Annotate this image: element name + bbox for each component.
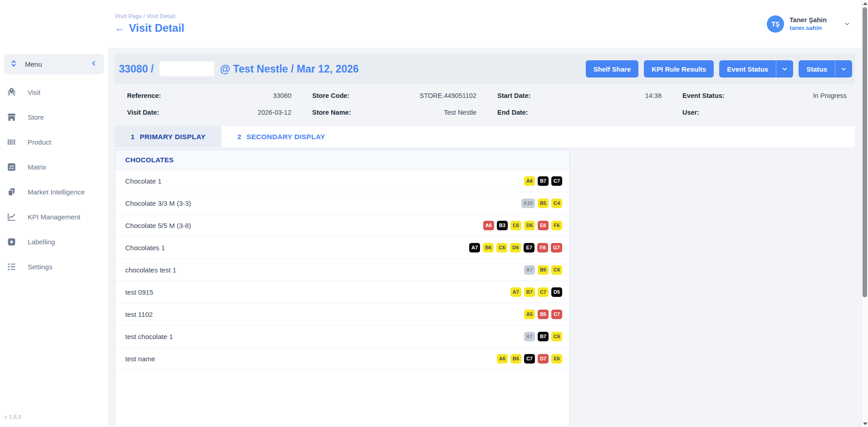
position-badge[interactable]: B5 <box>538 310 549 319</box>
table-row[interactable]: test 1102 A5B5C7 <box>115 303 569 325</box>
sidebar-item-store[interactable]: Store <box>0 105 108 130</box>
position-badge[interactable]: D7 <box>538 354 549 364</box>
collapse-sidebar-icon[interactable] <box>90 60 98 69</box>
info-label: Start Date: <box>497 92 530 99</box>
display-table-body: Chocolate 1 A6B7C7 Chocolate 3/3 M (3-3)… <box>115 170 569 370</box>
position-badge[interactable]: A6 <box>497 354 508 364</box>
position-badge[interactable]: F6 <box>551 221 562 230</box>
category-header: CHOCOLATES <box>115 150 569 170</box>
sidebar-item-visit[interactable]: Visit <box>0 80 108 105</box>
position-badge[interactable]: B7 <box>538 176 549 186</box>
user-menu[interactable]: TŞ Taner Şahin taner.sahin <box>767 15 850 33</box>
sidebar-item-kpi-management[interactable]: KPI Management <box>0 204 108 229</box>
info-label: Reference: <box>127 92 161 99</box>
breadcrumb[interactable]: Visit Page / Visit Detail <box>115 13 184 19</box>
info-value: 14:38 <box>645 92 662 99</box>
kpi-rule-results-button[interactable]: KPI Rule Results <box>644 60 714 78</box>
table-row[interactable]: Chocolates 1 A7B6C6D6E7F8G7 <box>115 237 569 259</box>
avatar[interactable]: TŞ <box>767 15 784 33</box>
sidebar-item-settings[interactable]: Settings <box>0 254 108 279</box>
tab-secondary-display[interactable]: 2 SECONDARY DISPLAY <box>221 126 341 147</box>
chevron-down-icon[interactable] <box>844 21 850 27</box>
table-row[interactable]: Chocolate 5/5 M (3-8) A6B3C6D6E6F6 <box>115 214 569 237</box>
position-badge[interactable]: B3 <box>497 221 508 230</box>
position-badge[interactable]: E6 <box>551 354 562 364</box>
sidebar-item-label: KPI Management <box>28 213 80 221</box>
tab-primary-display[interactable]: 1 PRIMARY DISPLAY <box>115 126 221 147</box>
position-badge[interactable]: E7 <box>524 243 535 252</box>
scroll-down-icon[interactable] <box>863 422 868 425</box>
sidebar-item-market-intelligence[interactable]: Market Intelligence <box>0 180 108 204</box>
position-badge[interactable]: G7 <box>551 243 562 252</box>
page-heading: Visit Page / Visit Detail ← Visit Detail <box>115 13 184 34</box>
position-badge[interactable]: B6 <box>538 265 549 275</box>
sidebar-nav: Visit Store Product 10100101 Matrix Mark… <box>0 80 108 279</box>
position-badge[interactable]: B5 <box>538 199 549 208</box>
unfold-icon <box>9 59 18 70</box>
position-badge[interactable]: A6 <box>483 221 494 230</box>
badge-list: A7B6C6D6E7F8G7 <box>469 243 562 252</box>
position-badge[interactable]: F8 <box>537 243 548 252</box>
back-arrow-icon[interactable]: ← <box>115 22 125 34</box>
product-group-name: test chocolate 1 <box>125 333 173 340</box>
position-badge[interactable]: A7 <box>524 265 535 275</box>
position-badge[interactable]: A7 <box>524 332 535 341</box>
position-badge[interactable]: B6 <box>510 354 521 364</box>
scrollbar-thumb[interactable] <box>863 7 867 297</box>
position-badge[interactable]: C7 <box>524 354 535 364</box>
position-badge[interactable]: D6 <box>524 221 535 230</box>
position-badge[interactable]: A10 <box>521 199 535 208</box>
visit-name-input[interactable] <box>159 61 215 77</box>
position-badge[interactable]: C7 <box>551 310 562 319</box>
info-label: Visit Date: <box>127 109 159 116</box>
sidebar-item-matrix[interactable]: 10100101 Matrix <box>0 155 108 180</box>
product-group-name: test 1102 <box>125 311 153 318</box>
user-info: Taner Şahin taner.sahin <box>790 16 827 31</box>
info-label: End Date: <box>497 109 528 116</box>
barcode-icon <box>6 137 16 147</box>
position-badge[interactable]: A5 <box>524 310 535 319</box>
visit-info-panel: Reference: 33080 Store Code: STORE.44905… <box>115 84 855 123</box>
chevron-down-icon[interactable] <box>835 66 852 73</box>
position-badge[interactable]: B7 <box>538 332 549 341</box>
button-label: Shelf Share <box>586 65 639 73</box>
position-badge[interactable]: C4 <box>551 199 562 208</box>
sidebar-item-product[interactable]: Product <box>0 130 108 155</box>
position-badge[interactable]: B6 <box>483 243 494 252</box>
position-badge[interactable]: C6 <box>551 332 562 341</box>
position-badge[interactable]: C6 <box>496 243 507 252</box>
info-field-visit-date: Visit Date: 2026-03-12 <box>127 104 291 121</box>
position-badge[interactable]: C7 <box>538 287 549 297</box>
position-badge[interactable]: A7 <box>469 243 480 252</box>
action-buttons: Shelf Share KPI Rule Results Event Statu… <box>586 60 852 78</box>
shelf-share-button[interactable]: Shelf Share <box>586 60 639 78</box>
button-label: Status <box>799 65 835 73</box>
position-badge[interactable]: B7 <box>524 287 535 297</box>
position-badge[interactable]: E6 <box>538 221 549 230</box>
position-badge[interactable]: D6 <box>510 243 521 252</box>
position-badge[interactable]: C6 <box>551 265 562 275</box>
table-row[interactable]: test 0915 A7B7C7D5 <box>115 281 569 303</box>
copy-files-icon <box>6 187 16 197</box>
info-field-user: User: <box>682 104 847 121</box>
tab-number: 1 <box>131 133 135 141</box>
matrix-icon: 10100101 <box>6 162 16 172</box>
table-row[interactable]: test chocolate 1 A7B7C6 <box>115 325 569 348</box>
event-status-button[interactable]: Event Status <box>719 60 793 78</box>
position-badge[interactable]: C6 <box>510 221 521 230</box>
sidebar-item-labelling[interactable]: Labelling <box>0 229 108 254</box>
status-button[interactable]: Status <box>799 60 852 78</box>
table-row[interactable]: test name A6B6C7D7E6 <box>115 348 569 370</box>
table-row[interactable]: Chocolate 1 A6B7C7 <box>115 170 569 192</box>
scroll-up-icon[interactable] <box>863 2 868 5</box>
position-badge[interactable]: A6 <box>524 176 535 186</box>
vertical-scrollbar[interactable] <box>861 0 868 427</box>
table-row[interactable]: chocolates test 1 A7B6C6 <box>115 259 569 281</box>
position-badge[interactable]: C7 <box>551 176 562 186</box>
menu-header[interactable]: Menu <box>4 54 104 74</box>
table-row[interactable]: Chocolate 3/3 M (3-3) A10B5C4 <box>115 192 569 214</box>
badge-list: A6B6C7D7E6 <box>497 354 562 364</box>
position-badge[interactable]: A7 <box>510 287 521 297</box>
chevron-down-icon[interactable] <box>776 66 793 73</box>
position-badge[interactable]: D5 <box>551 287 562 297</box>
